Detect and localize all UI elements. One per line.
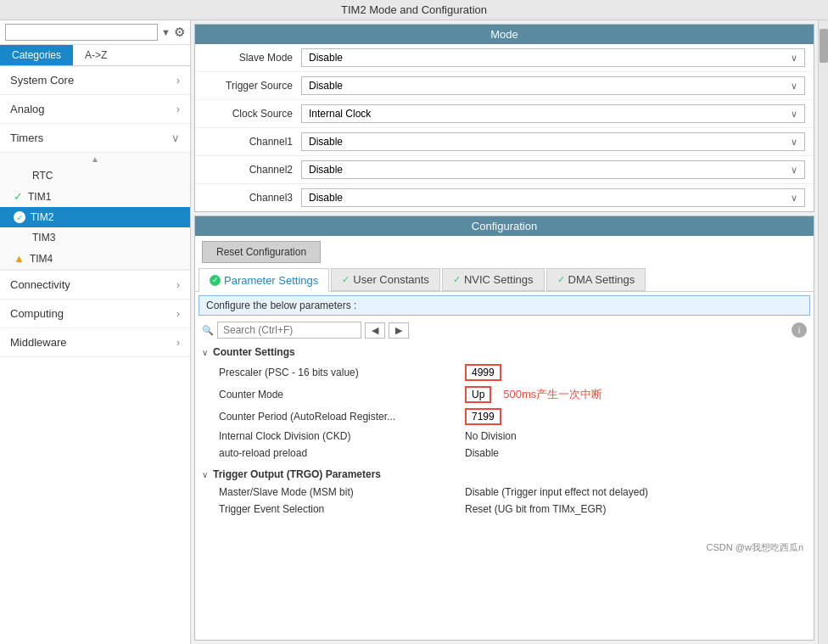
sidebar-item-system-core[interactable]: System Core › [0, 66, 190, 95]
param-value-msm[interactable]: Disable (Trigger input effect not delaye… [465, 486, 648, 498]
param-name: Master/Slave Mode (MSM bit) [219, 486, 465, 498]
chevron-right-icon: › [176, 336, 180, 349]
sidebar-sub-item-tim3[interactable]: TIM3 [0, 227, 190, 248]
mode-section: Mode Slave Mode Disable ∨ Trigger Source… [194, 24, 814, 212]
reset-config-button[interactable]: Reset Configuration [202, 241, 321, 263]
param-row-counter-mode: Counter Mode Up 500ms产生一次中断 [202, 384, 807, 406]
config-section: Configuration Reset Configuration ✓ Para… [194, 216, 814, 641]
sidebar-item-timers[interactable]: Timers ∨ [0, 124, 190, 153]
param-tree: ∨ Counter Settings Prescaler (PSC - 16 b… [195, 341, 814, 640]
sidebar-item-connectivity[interactable]: Connectivity › [0, 270, 190, 300]
sidebar-item-label: Timers [10, 132, 43, 144]
param-group-header-trigger[interactable]: ∨ Trigger Output (TRGO) Parameters [202, 465, 807, 484]
sidebar-sub-item-tim2[interactable]: ✓ TIM2 [0, 207, 190, 227]
chevron-right-icon: › [176, 74, 180, 87]
mode-dropdown-clock[interactable]: Internal Clock ∨ [301, 104, 805, 123]
param-value-reload[interactable]: Disable [465, 447, 499, 459]
info-icon[interactable]: i [792, 322, 807, 338]
param-value-prescaler[interactable]: 4999 [465, 364, 501, 381]
param-value-trigger-event[interactable]: Reset (UG bit from TIMx_EGR) [465, 503, 606, 515]
config-section-header: Configuration [195, 216, 814, 236]
dropdown-arrow-icon: ∨ [791, 53, 797, 64]
param-group-counter: ∨ Counter Settings Prescaler (PSC - 16 b… [202, 343, 807, 462]
sidebar-search-input[interactable] [5, 24, 158, 41]
sidebar-item-label: Computing [10, 307, 64, 320]
mode-row-ch2: Channel2 Disable ∨ [195, 156, 814, 184]
sidebar-item-label: System Core [10, 74, 74, 87]
main-content: Mode Slave Mode Disable ∨ Trigger Source… [191, 20, 818, 644]
sidebar-sub-item-rtc[interactable]: RTC [0, 165, 190, 186]
chevron-right-icon: › [176, 278, 180, 291]
mode-label-ch1: Channel1 [204, 136, 301, 148]
sidebar-tab-bar: Categories A->Z [0, 45, 190, 66]
next-nav-button[interactable]: ▶ [389, 322, 409, 339]
param-row-trigger-event: Trigger Event Selection Reset (UG bit fr… [202, 501, 807, 518]
param-value-counter-mode[interactable]: Up [465, 386, 491, 403]
mode-label-ch2: Channel2 [204, 164, 301, 176]
tab-dma-settings[interactable]: ✓ DMA Settings [546, 268, 646, 291]
sidebar-item-label: Connectivity [10, 278, 70, 291]
tab-check-icon: ✓ [342, 274, 350, 285]
param-row-reload: auto-reload preload Disable [202, 445, 807, 462]
sidebar-item-analog[interactable]: Analog › [0, 95, 190, 124]
param-value-counter-period[interactable]: 7199 [465, 408, 501, 425]
gear-icon[interactable]: ⚙ [174, 25, 185, 40]
collapse-icon: ∨ [202, 348, 208, 357]
param-row-prescaler: Prescaler (PSC - 16 bits value) 4999 [202, 361, 807, 384]
sidebar-item-computing[interactable]: Computing › [0, 300, 190, 328]
mode-dropdown-ch1[interactable]: Disable ∨ [301, 132, 805, 151]
sidebar-item-label: Middleware [10, 336, 66, 349]
tab-user-constants[interactable]: ✓ User Constants [331, 268, 440, 291]
mode-row-slave: Slave Mode Disable ∨ [195, 44, 814, 72]
param-configure-header: Configure the below parameters : [199, 295, 810, 316]
dropdown-arrow-icon: ∨ [791, 193, 797, 204]
dropdown-arrow-icon: ∨ [791, 137, 797, 148]
param-search-row: 🔍 ◀ ▶ i [195, 319, 814, 341]
tab-parameter-settings[interactable]: ✓ Parameter Settings [199, 268, 329, 292]
tab-check-icon: ✓ [557, 274, 565, 285]
status-green-check-icon: ✓ [14, 190, 23, 203]
param-name: Internal Clock Division (CKD) [219, 430, 465, 442]
top-title: TIM2 Mode and Configuration [341, 3, 487, 16]
tab-nvic-settings[interactable]: ✓ NVIC Settings [442, 268, 545, 291]
sidebar-sub-item-tim4[interactable]: ▲ TIM4 [0, 248, 190, 269]
tab-atoz[interactable]: A->Z [73, 45, 119, 65]
param-name: Trigger Event Selection [219, 503, 465, 515]
mode-dropdown-trigger[interactable]: Disable ∨ [301, 76, 805, 95]
mode-dropdown-ch3[interactable]: Disable ∨ [301, 188, 805, 207]
sidebar-item-middleware[interactable]: Middleware › [0, 328, 190, 357]
mode-label-trigger: Trigger Source [204, 80, 301, 92]
mode-row-trigger: Trigger Source Disable ∨ [195, 72, 814, 100]
tab-categories[interactable]: Categories [0, 45, 73, 65]
mode-section-header: Mode [195, 25, 814, 44]
mode-dropdown-slave[interactable]: Disable ∨ [301, 48, 805, 67]
prev-nav-button[interactable]: ◀ [365, 322, 385, 339]
timers-submenu: ▲ RTC ✓ TIM1 ✓ TIM2 TIM3 [0, 153, 190, 270]
mode-dropdown-ch2[interactable]: Disable ∨ [301, 160, 805, 179]
param-group-header-counter[interactable]: ∨ Counter Settings [202, 343, 807, 361]
mode-label-clock: Clock Source [204, 108, 301, 120]
right-scrollbar[interactable] [818, 20, 828, 644]
param-search-input[interactable] [217, 322, 361, 339]
dropdown-arrow-icon: ▼ [161, 27, 171, 37]
mode-label-ch3: Channel3 [204, 192, 301, 204]
dropdown-arrow-icon: ∨ [791, 81, 797, 92]
param-name: Prescaler (PSC - 16 bits value) [219, 367, 465, 378]
param-group-trigger: ∨ Trigger Output (TRGO) Parameters Maste… [202, 465, 807, 518]
mode-row-ch3: Channel3 Disable ∨ [195, 184, 814, 211]
top-bar: TIM2 Mode and Configuration [0, 0, 828, 20]
sidebar-search-bar: ▼ ⚙ [0, 20, 190, 45]
sidebar-sub-item-tim1[interactable]: ✓ TIM1 [0, 186, 190, 207]
config-tabs-bar: ✓ Parameter Settings ✓ User Constants ✓ … [195, 268, 814, 292]
scrollbar-thumb[interactable] [820, 29, 828, 63]
chevron-right-icon: › [176, 103, 180, 115]
param-row-ckd: Internal Clock Division (CKD) No Divisio… [202, 428, 807, 445]
search-icon: 🔍 [202, 325, 214, 336]
chevron-down-icon: ∨ [171, 132, 180, 144]
param-value-ckd[interactable]: No Division [465, 430, 517, 442]
mode-label-slave: Slave Mode [204, 52, 301, 64]
mode-row-clock: Clock Source Internal Clock ∨ [195, 100, 814, 128]
mode-row-ch1: Channel1 Disable ∨ [195, 128, 814, 156]
sidebar-item-label: Analog [10, 103, 44, 115]
sidebar: ▼ ⚙ Categories A->Z System Core › Analog… [0, 20, 191, 644]
